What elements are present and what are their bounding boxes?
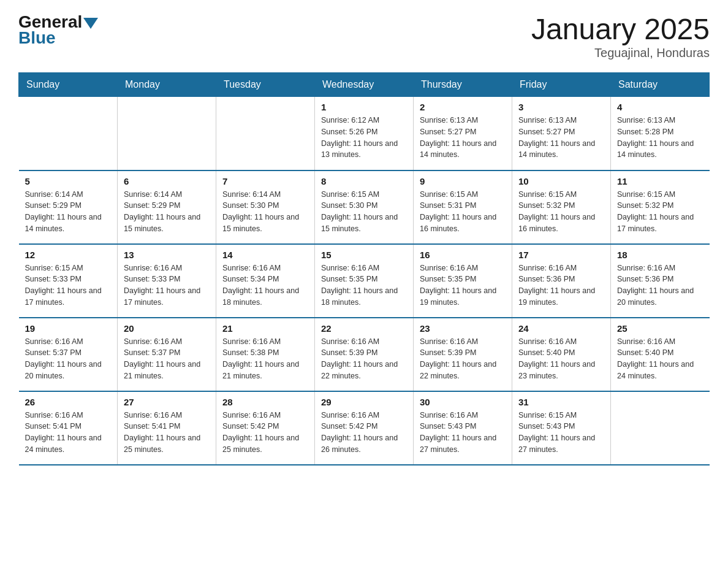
calendar-cell: 16Sunrise: 6:16 AMSunset: 5:35 PMDayligh… bbox=[414, 244, 512, 318]
day-info: Sunrise: 6:16 AMSunset: 5:33 PMDaylight:… bbox=[124, 262, 210, 308]
calendar-cell: 11Sunrise: 6:15 AMSunset: 5:32 PMDayligh… bbox=[611, 170, 710, 244]
day-info: Sunrise: 6:16 AMSunset: 5:35 PMDaylight:… bbox=[321, 262, 407, 308]
calendar-cell: 28Sunrise: 6:16 AMSunset: 5:42 PMDayligh… bbox=[216, 391, 315, 465]
day-number: 26 bbox=[25, 397, 112, 407]
logo: General Blue bbox=[18, 12, 98, 48]
header-tuesday: Tuesday bbox=[216, 73, 315, 97]
calendar-cell: 13Sunrise: 6:16 AMSunset: 5:33 PMDayligh… bbox=[118, 244, 216, 318]
calendar-cell: 23Sunrise: 6:16 AMSunset: 5:39 PMDayligh… bbox=[414, 318, 512, 391]
day-info: Sunrise: 6:12 AMSunset: 5:26 PMDaylight:… bbox=[321, 115, 407, 161]
day-number: 3 bbox=[518, 102, 604, 112]
calendar-cell: 8Sunrise: 6:15 AMSunset: 5:30 PMDaylight… bbox=[315, 170, 414, 244]
calendar-cell: 1Sunrise: 6:12 AMSunset: 5:26 PMDaylight… bbox=[315, 97, 414, 170]
header-friday: Friday bbox=[512, 73, 611, 97]
day-number: 4 bbox=[617, 102, 703, 112]
logo-blue-text: Blue bbox=[18, 28, 56, 48]
day-number: 20 bbox=[124, 323, 210, 334]
day-info: Sunrise: 6:15 AMSunset: 5:33 PMDaylight:… bbox=[25, 262, 112, 308]
header-saturday: Saturday bbox=[611, 73, 710, 97]
calendar-cell bbox=[216, 97, 315, 170]
day-number: 17 bbox=[518, 250, 604, 260]
day-number: 22 bbox=[321, 323, 407, 334]
day-info: Sunrise: 6:16 AMSunset: 5:40 PMDaylight:… bbox=[518, 336, 604, 382]
title-section: January 2025 Teguajinal, Honduras bbox=[531, 12, 710, 60]
day-info: Sunrise: 6:16 AMSunset: 5:41 PMDaylight:… bbox=[25, 410, 112, 456]
calendar-cell: 31Sunrise: 6:15 AMSunset: 5:43 PMDayligh… bbox=[512, 391, 611, 465]
day-info: Sunrise: 6:15 AMSunset: 5:43 PMDaylight:… bbox=[518, 410, 604, 456]
day-info: Sunrise: 6:16 AMSunset: 5:37 PMDaylight:… bbox=[124, 336, 210, 382]
calendar-cell: 26Sunrise: 6:16 AMSunset: 5:41 PMDayligh… bbox=[19, 391, 118, 465]
day-info: Sunrise: 6:16 AMSunset: 5:43 PMDaylight:… bbox=[420, 410, 506, 456]
calendar-cell: 15Sunrise: 6:16 AMSunset: 5:35 PMDayligh… bbox=[315, 244, 414, 318]
calendar-cell: 29Sunrise: 6:16 AMSunset: 5:42 PMDayligh… bbox=[315, 391, 414, 465]
day-number: 21 bbox=[222, 323, 308, 334]
day-number: 8 bbox=[321, 176, 407, 186]
day-number: 23 bbox=[420, 323, 506, 334]
day-info: Sunrise: 6:16 AMSunset: 5:40 PMDaylight:… bbox=[617, 336, 703, 382]
calendar-cell: 9Sunrise: 6:15 AMSunset: 5:31 PMDaylight… bbox=[414, 170, 512, 244]
day-number: 11 bbox=[617, 176, 703, 186]
day-number: 19 bbox=[25, 323, 112, 334]
calendar-week-4: 19Sunrise: 6:16 AMSunset: 5:37 PMDayligh… bbox=[19, 318, 710, 391]
calendar-week-2: 5Sunrise: 6:14 AMSunset: 5:29 PMDaylight… bbox=[19, 170, 710, 244]
page-header: General Blue January 2025 Teguajinal, Ho… bbox=[18, 12, 710, 60]
calendar-cell: 27Sunrise: 6:16 AMSunset: 5:41 PMDayligh… bbox=[118, 391, 216, 465]
header-row: Sunday Monday Tuesday Wednesday Thursday… bbox=[19, 73, 710, 97]
day-info: Sunrise: 6:15 AMSunset: 5:32 PMDaylight:… bbox=[617, 189, 703, 235]
calendar-cell: 7Sunrise: 6:14 AMSunset: 5:30 PMDaylight… bbox=[216, 170, 315, 244]
day-info: Sunrise: 6:16 AMSunset: 5:42 PMDaylight:… bbox=[321, 410, 407, 456]
calendar-cell bbox=[611, 391, 710, 465]
day-number: 5 bbox=[25, 176, 112, 186]
calendar-cell: 19Sunrise: 6:16 AMSunset: 5:37 PMDayligh… bbox=[19, 318, 118, 391]
header-monday: Monday bbox=[118, 73, 216, 97]
calendar-cell: 22Sunrise: 6:16 AMSunset: 5:39 PMDayligh… bbox=[315, 318, 414, 391]
day-number: 13 bbox=[124, 250, 210, 260]
day-info: Sunrise: 6:16 AMSunset: 5:39 PMDaylight:… bbox=[420, 336, 506, 382]
calendar-cell: 4Sunrise: 6:13 AMSunset: 5:28 PMDaylight… bbox=[611, 97, 710, 170]
day-number: 2 bbox=[420, 102, 506, 112]
calendar-cell: 14Sunrise: 6:16 AMSunset: 5:34 PMDayligh… bbox=[216, 244, 315, 318]
day-number: 18 bbox=[617, 250, 703, 260]
calendar-cell: 5Sunrise: 6:14 AMSunset: 5:29 PMDaylight… bbox=[19, 170, 118, 244]
calendar-cell: 21Sunrise: 6:16 AMSunset: 5:38 PMDayligh… bbox=[216, 318, 315, 391]
day-info: Sunrise: 6:16 AMSunset: 5:42 PMDaylight:… bbox=[222, 410, 308, 456]
calendar-cell: 30Sunrise: 6:16 AMSunset: 5:43 PMDayligh… bbox=[414, 391, 512, 465]
header-thursday: Thursday bbox=[414, 73, 512, 97]
calendar-cell bbox=[118, 97, 216, 170]
day-info: Sunrise: 6:14 AMSunset: 5:30 PMDaylight:… bbox=[222, 189, 308, 235]
day-number: 31 bbox=[518, 397, 604, 407]
day-number: 9 bbox=[420, 176, 506, 186]
header-sunday: Sunday bbox=[19, 73, 118, 97]
calendar-cell: 20Sunrise: 6:16 AMSunset: 5:37 PMDayligh… bbox=[118, 318, 216, 391]
calendar-table: Sunday Monday Tuesday Wednesday Thursday… bbox=[18, 72, 710, 465]
calendar-subtitle: Teguajinal, Honduras bbox=[531, 46, 710, 60]
logo-arrow-icon bbox=[83, 18, 98, 29]
calendar-cell: 18Sunrise: 6:16 AMSunset: 5:36 PMDayligh… bbox=[611, 244, 710, 318]
day-info: Sunrise: 6:14 AMSunset: 5:29 PMDaylight:… bbox=[124, 189, 210, 235]
day-info: Sunrise: 6:16 AMSunset: 5:35 PMDaylight:… bbox=[420, 262, 506, 308]
day-info: Sunrise: 6:13 AMSunset: 5:27 PMDaylight:… bbox=[420, 115, 506, 161]
calendar-cell: 25Sunrise: 6:16 AMSunset: 5:40 PMDayligh… bbox=[611, 318, 710, 391]
day-info: Sunrise: 6:16 AMSunset: 5:39 PMDaylight:… bbox=[321, 336, 407, 382]
day-info: Sunrise: 6:15 AMSunset: 5:31 PMDaylight:… bbox=[420, 189, 506, 235]
day-number: 16 bbox=[420, 250, 506, 260]
calendar-cell: 3Sunrise: 6:13 AMSunset: 5:27 PMDaylight… bbox=[512, 97, 611, 170]
calendar-week-5: 26Sunrise: 6:16 AMSunset: 5:41 PMDayligh… bbox=[19, 391, 710, 465]
day-number: 14 bbox=[222, 250, 308, 260]
day-number: 6 bbox=[124, 176, 210, 186]
day-info: Sunrise: 6:16 AMSunset: 5:36 PMDaylight:… bbox=[518, 262, 604, 308]
calendar-cell bbox=[19, 97, 118, 170]
calendar-header: Sunday Monday Tuesday Wednesday Thursday… bbox=[19, 73, 710, 97]
header-wednesday: Wednesday bbox=[315, 73, 414, 97]
day-number: 15 bbox=[321, 250, 407, 260]
day-number: 24 bbox=[518, 323, 604, 334]
day-info: Sunrise: 6:14 AMSunset: 5:29 PMDaylight:… bbox=[25, 189, 112, 235]
day-number: 7 bbox=[222, 176, 308, 186]
day-number: 27 bbox=[124, 397, 210, 407]
day-info: Sunrise: 6:13 AMSunset: 5:27 PMDaylight:… bbox=[518, 115, 604, 161]
calendar-title: January 2025 bbox=[531, 12, 710, 46]
calendar-week-1: 1Sunrise: 6:12 AMSunset: 5:26 PMDaylight… bbox=[19, 97, 710, 170]
day-number: 12 bbox=[25, 250, 112, 260]
day-info: Sunrise: 6:16 AMSunset: 5:37 PMDaylight:… bbox=[25, 336, 112, 382]
day-info: Sunrise: 6:16 AMSunset: 5:41 PMDaylight:… bbox=[124, 410, 210, 456]
